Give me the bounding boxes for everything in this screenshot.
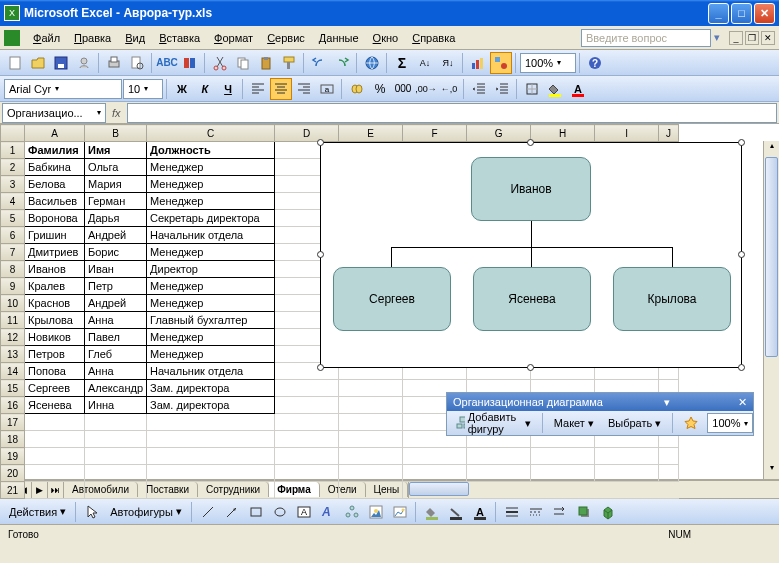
chart-wizard-button[interactable] [467, 52, 489, 74]
permission-button[interactable] [73, 52, 95, 74]
cell-G20[interactable] [467, 465, 531, 482]
textbox-button[interactable]: A [293, 501, 315, 523]
cell-E18[interactable] [339, 431, 403, 448]
cell-C12[interactable]: Менеджер [147, 329, 275, 346]
sort-desc-button[interactable]: Я↓ [437, 52, 459, 74]
org-chart-toolbar[interactable]: Организационная диаграмма ▾ ✕ Добавить ф… [446, 392, 754, 436]
cell-C1[interactable]: Должность [147, 142, 275, 159]
italic-button[interactable]: К [194, 78, 216, 100]
row-header-13[interactable]: 13 [1, 346, 25, 363]
org-node-root[interactable]: Иванов [471, 157, 591, 221]
row-header-11[interactable]: 11 [1, 312, 25, 329]
cell-A5[interactable]: Воронова [25, 210, 85, 227]
comma-button[interactable]: 000 [392, 78, 414, 100]
cell-A14[interactable]: Попова [25, 363, 85, 380]
zoom-combo[interactable]: 100%▾ [520, 53, 576, 73]
redo-button[interactable] [331, 52, 353, 74]
menu-Данные[interactable]: Данные [312, 29, 366, 47]
cell-A16[interactable]: Ясенева [25, 397, 85, 414]
cell-A1[interactable]: Фамилия [25, 142, 85, 159]
cut-button[interactable] [209, 52, 231, 74]
row-header-5[interactable]: 5 [1, 210, 25, 227]
row-header-17[interactable]: 17 [1, 414, 25, 431]
cell-C16[interactable]: Зам. директора [147, 397, 275, 414]
align-left-button[interactable] [247, 78, 269, 100]
select-all-cell[interactable] [1, 125, 25, 142]
oval-button[interactable] [269, 501, 291, 523]
cell-A7[interactable]: Дмитриев [25, 244, 85, 261]
autoformat-button[interactable] [679, 413, 703, 433]
font-name-combo[interactable]: Arial Cyr▾ [4, 79, 122, 99]
increase-indent-button[interactable] [491, 78, 513, 100]
underline-button[interactable]: Ч [217, 78, 239, 100]
cell-C8[interactable]: Директор [147, 261, 275, 278]
row-header-4[interactable]: 4 [1, 193, 25, 210]
cell-B4[interactable]: Герман [85, 193, 147, 210]
fill-color-button[interactable] [544, 78, 566, 100]
org-chart-object[interactable]: Иванов Сергеев Ясенева Крылова [320, 142, 742, 368]
cell-B10[interactable]: Андрей [85, 295, 147, 312]
row-header-3[interactable]: 3 [1, 176, 25, 193]
col-header-J[interactable]: J [659, 125, 679, 142]
worksheet-area[interactable]: ABCDEFGHIJ1ФамилияИмяДолжность2БабкинаОл… [0, 124, 779, 480]
cell-A20[interactable] [25, 465, 85, 482]
cell-B20[interactable] [85, 465, 147, 482]
cell-A17[interactable] [25, 414, 85, 431]
cell-B16[interactable]: Инна [85, 397, 147, 414]
row-header-2[interactable]: 2 [1, 159, 25, 176]
autoshapes-menu[interactable]: Автофигуры ▾ [105, 502, 187, 521]
cell-J19[interactable] [659, 448, 679, 465]
col-header-I[interactable]: I [595, 125, 659, 142]
row-header-21[interactable]: 21 [1, 482, 25, 499]
cell-B18[interactable] [85, 431, 147, 448]
merge-center-button[interactable]: a [316, 78, 338, 100]
row-header-12[interactable]: 12 [1, 329, 25, 346]
cell-A12[interactable]: Новиков [25, 329, 85, 346]
font-size-combo[interactable]: 10▾ [123, 79, 163, 99]
org-node-child-1[interactable]: Ясенева [473, 267, 591, 331]
cell-B21[interactable] [85, 482, 147, 499]
currency-button[interactable] [346, 78, 368, 100]
arrow-style-button[interactable] [549, 501, 571, 523]
cell-B6[interactable]: Андрей [85, 227, 147, 244]
select-button[interactable]: Выбрать ▾ [603, 414, 666, 433]
borders-button[interactable] [521, 78, 543, 100]
align-right-button[interactable] [293, 78, 315, 100]
actions-menu[interactable]: Действия ▾ [4, 502, 71, 521]
row-header-7[interactable]: 7 [1, 244, 25, 261]
row-header-10[interactable]: 10 [1, 295, 25, 312]
cell-C3[interactable]: Менеджер [147, 176, 275, 193]
cell-C14[interactable]: Начальник отдела [147, 363, 275, 380]
mdi-restore-button[interactable]: ❐ [745, 31, 759, 45]
cell-B5[interactable]: Дарья [85, 210, 147, 227]
cell-J20[interactable] [659, 465, 679, 482]
line-style-button[interactable] [501, 501, 523, 523]
wordart-button[interactable]: A [317, 501, 339, 523]
menu-Справка[interactable]: Справка [405, 29, 462, 47]
menu-Правка[interactable]: Правка [67, 29, 118, 47]
cell-C9[interactable]: Менеджер [147, 278, 275, 295]
clipart-button[interactable] [365, 501, 387, 523]
spelling-button[interactable]: ABC [156, 52, 178, 74]
cell-C21[interactable] [147, 482, 275, 499]
cell-E21[interactable] [339, 482, 403, 499]
rectangle-button[interactable] [245, 501, 267, 523]
cell-E17[interactable] [339, 414, 403, 431]
org-zoom-combo[interactable]: 100%▾ [707, 413, 753, 433]
cell-H19[interactable] [531, 448, 595, 465]
select-objects-button[interactable] [81, 501, 103, 523]
menu-Вставка[interactable]: Вставка [152, 29, 207, 47]
row-header-19[interactable]: 19 [1, 448, 25, 465]
layout-button[interactable]: Макет ▾ [549, 414, 599, 433]
cell-C18[interactable] [147, 431, 275, 448]
cell-A9[interactable]: Кралев [25, 278, 85, 295]
help-search-input[interactable]: Введите вопрос [581, 29, 711, 47]
cell-C13[interactable]: Менеджер [147, 346, 275, 363]
cell-A10[interactable]: Краснов [25, 295, 85, 312]
cell-A18[interactable] [25, 431, 85, 448]
save-button[interactable] [50, 52, 72, 74]
cell-A15[interactable]: Сергеев [25, 380, 85, 397]
cell-D21[interactable] [275, 482, 339, 499]
cell-B14[interactable]: Анна [85, 363, 147, 380]
diagram-button[interactable] [341, 501, 363, 523]
